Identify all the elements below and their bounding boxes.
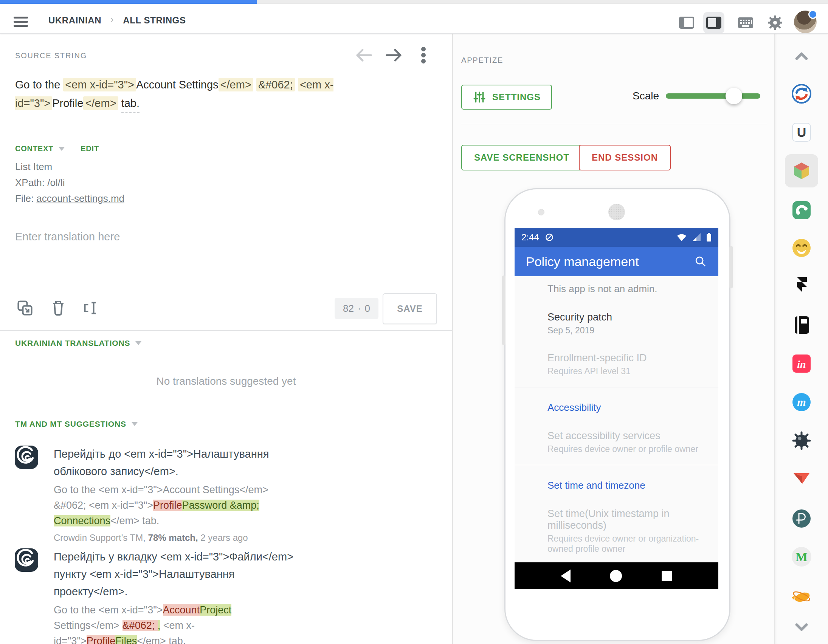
green-sync-app-icon[interactable] [785, 193, 818, 227]
breadcrumb-section[interactable]: ALL STRINGS [123, 15, 186, 26]
svg-text:U: U [797, 125, 806, 139]
phone-item-subtitle: Requires device owner or profile owner [547, 444, 703, 454]
android-home-button[interactable] [610, 570, 622, 582]
context-xpath: XPath: /ol/li [15, 175, 124, 191]
character-counter: 82 · 0 [335, 298, 378, 319]
text-segment-dashed: tab. [121, 97, 140, 113]
suggestions-collapse-icon[interactable] [132, 422, 138, 426]
select-text-icon[interactable] [82, 300, 99, 317]
android-q-icon [544, 232, 554, 242]
phone-screen[interactable]: 2:44 Policy management This app is not a… [514, 228, 718, 589]
suggestions-section-label[interactable]: TM AND MT SUGGESTIONS [15, 420, 126, 429]
suggestion-source-diff: Go to the <em x-id="3">Account Settings<… [54, 482, 296, 529]
invision-icon[interactable]: in [785, 347, 818, 380]
context-type: List Item [15, 159, 124, 175]
phone-list-item[interactable]: Set accessibility servicesRequires devic… [547, 430, 703, 454]
phone-list-divider [514, 387, 718, 387]
copy-source-icon[interactable] [17, 300, 33, 317]
source-string-text: Go to the <em x-id="3">Account Settings<… [15, 75, 425, 113]
phone-item-subtitle: Sep 5, 2019 [547, 325, 703, 335]
zeplin-icon[interactable] [785, 580, 818, 613]
proto-io-icon[interactable] [785, 502, 818, 535]
chevron-right-icon: › [110, 14, 114, 25]
text-segment-add: Project [200, 604, 231, 616]
menu-icon[interactable] [14, 17, 28, 28]
editor-panel: SOURCE STRING Go to the <em x-id="3">Acc… [0, 33, 453, 644]
crowdin-tm-icon [14, 445, 39, 469]
top-header: UKRAINIAN › ALL STRINGS [0, 4, 828, 34]
suggestion-meta: Crowdin Support's TM, 78% match, 2 years… [54, 533, 303, 543]
context-edit-button[interactable]: EDIT [80, 144, 99, 153]
clear-translation-trash-icon[interactable] [50, 300, 67, 317]
text-segment-tag: </em> [218, 78, 253, 91]
minesweeper-icon[interactable] [785, 424, 818, 457]
android-back-button[interactable] [561, 570, 571, 582]
notebook-app-icon[interactable] [785, 309, 818, 342]
end-session-button[interactable]: END SESSION [579, 145, 671, 171]
more-options-icon[interactable] [413, 45, 434, 66]
tm-suggestion-row[interactable]: Перейдіть у вкладку <em x-id="3">Файли</… [14, 548, 438, 644]
appetize-label: APPETIZE [461, 56, 503, 64]
phone-app-bar: Policy management [514, 247, 718, 276]
phone-list-item[interactable]: Enrollment-specific IDRequires API level… [547, 352, 703, 376]
phone-list-item[interactable]: Security patchSep 5, 2019 [547, 312, 703, 335]
text-segment-norm [295, 78, 298, 91]
next-string-icon[interactable] [383, 45, 405, 66]
context-file-line: File: account-settings.md [15, 191, 124, 206]
translations-collapse-icon[interactable] [135, 341, 141, 345]
tune-icon [473, 90, 486, 104]
tm-suggestion-row[interactable]: Перейдіть до <em x-id="3">Налаштування о… [14, 445, 438, 543]
breadcrumb-project[interactable]: UKRAINIAN [49, 15, 101, 26]
save-button[interactable]: SAVE [383, 293, 437, 324]
scale-slider[interactable] [666, 93, 760, 99]
phone-list-item[interactable]: Set time(Unix timestamp in milliseconds)… [547, 508, 703, 554]
context-file-link[interactable]: account-settings.md [36, 193, 124, 204]
emoji-app-icon[interactable] [785, 231, 818, 265]
phone-note-text: This app is not an admin. [547, 283, 703, 295]
avatar[interactable] [794, 11, 817, 33]
phone-item-subtitle: Requires device owner or organization-ow… [547, 534, 703, 554]
text-segment-del: Profile [153, 500, 182, 511]
phone-camera-dot [538, 209, 544, 215]
search-icon[interactable] [694, 255, 707, 268]
suggestion-source-diff: Go to the <em x-id="3">AccountProject Se… [54, 602, 296, 644]
phone-list-divider [514, 465, 718, 465]
text-segment-tag: &#062; [256, 78, 295, 91]
phone-item-title: Security patch [547, 312, 703, 323]
android-recents-button[interactable] [662, 571, 672, 581]
translation-input[interactable]: Enter translation here [15, 230, 120, 243]
text-segment-del: Account [163, 604, 200, 616]
context-label[interactable]: CONTEXT [15, 144, 53, 153]
marvel-icon[interactable]: m [785, 385, 818, 419]
text-segment-norm [253, 78, 256, 91]
gear-icon[interactable] [764, 12, 786, 33]
collapse-down-icon[interactable] [785, 611, 818, 644]
appetize-settings-button[interactable]: SETTINGS [461, 85, 552, 110]
cell-signal-icon [692, 233, 701, 241]
phone-item-subtitle: Requires API level 31 [547, 366, 703, 376]
translations-section-label[interactable]: UKRAINIAN TRANSLATIONS [15, 338, 130, 348]
framer-icon[interactable] [785, 270, 818, 303]
right-panel-layout-icon[interactable] [703, 12, 724, 33]
sync-translate-icon[interactable] [785, 77, 818, 110]
translation-progress-fill [0, 0, 257, 4]
svg-text:M: M [795, 550, 808, 564]
u-dictionary-icon[interactable]: U [785, 116, 818, 149]
text-segment-norm: Settings</em> [54, 620, 122, 631]
scale-slider-knob[interactable] [726, 88, 742, 104]
text-segment-norm [118, 97, 121, 109]
context-collapse-icon[interactable] [59, 147, 65, 151]
keyboard-shortcuts-icon[interactable] [735, 12, 756, 33]
phone-item-title: Enrollment-specific ID [547, 352, 703, 364]
left-panel-layout-icon[interactable] [676, 12, 697, 33]
previous-string-icon[interactable] [353, 45, 374, 66]
appetize-cube-icon[interactable] [785, 154, 818, 188]
medium-icon[interactable]: M [785, 540, 818, 573]
save-screenshot-button[interactable]: SAVE SCREENSHOT [461, 145, 582, 171]
text-segment-tag: </em> [83, 96, 118, 110]
phone-status-bar: 2:44 [514, 228, 718, 247]
breadcrumb: UKRAINIAN › ALL STRINGS [49, 14, 186, 26]
phone-power-button [729, 246, 733, 288]
overflow-icon[interactable] [785, 462, 818, 496]
collapse-up-icon[interactable] [785, 39, 818, 72]
